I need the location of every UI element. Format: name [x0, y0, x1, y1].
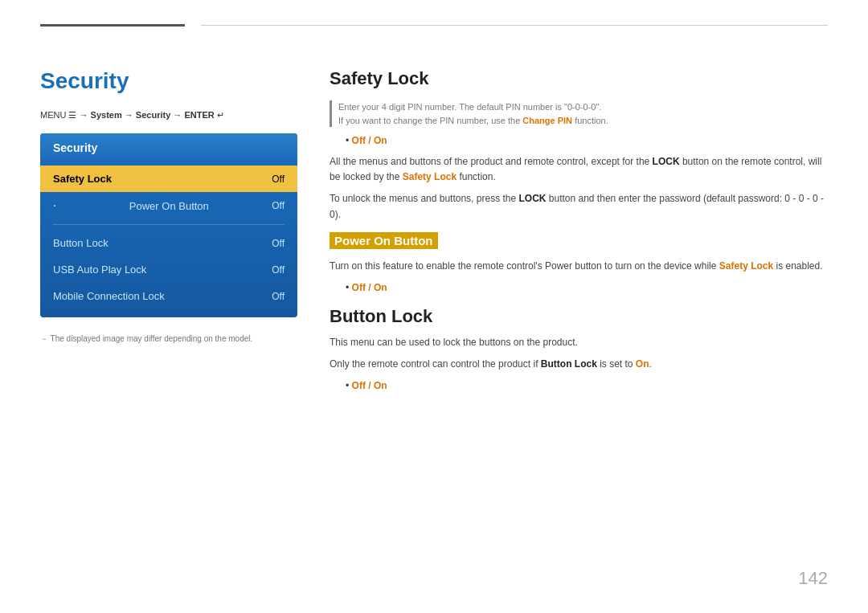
safety-lock-desc1-end: function. [457, 171, 496, 182]
safety-lock-value: Off [272, 174, 285, 185]
power-on-button-subsection-title: Power On Button [330, 232, 438, 249]
button-lock-bullet: • Off / On [346, 380, 828, 391]
button-lock-value: Off [272, 238, 285, 249]
menu-panel-header: Security [40, 133, 297, 162]
menu-panel: Security Safety Lock Off Power On Button… [40, 133, 297, 317]
content-wrapper: Security MENU ☰ → System → Security → EN… [40, 68, 828, 399]
safety-lock-section-title: Safety Lock [330, 68, 828, 89]
left-column: Security MENU ☰ → System → Security → EN… [40, 68, 297, 399]
safety-lock-desc1: All the menus and buttons of the product… [330, 154, 828, 185]
menu-item-mobile-connection-lock[interactable]: Mobile Connection Lock Off [40, 283, 297, 309]
mobile-connection-lock-value: Off [272, 291, 285, 302]
safety-lock-desc2: To unlock the menus and buttons, press t… [330, 191, 828, 222]
power-on-button-bullet: • Off / On [346, 282, 828, 293]
safety-lock-desc1-bold: LOCK [653, 156, 680, 167]
enter-label: ENTER [184, 110, 214, 120]
right-column: Safety Lock Enter your 4 digit PIN numbe… [330, 68, 828, 399]
pin-note: Enter your 4 digit PIN number. The defau… [330, 100, 828, 127]
safety-lock-desc2-bold: LOCK [518, 193, 546, 204]
top-line-short [40, 24, 185, 27]
menu-text: MENU [40, 110, 66, 120]
safety-lock-bullet: • Off / On [346, 135, 828, 146]
button-lock-desc2-mid: is set to [597, 358, 636, 370]
page-container: Security MENU ☰ → System → Security → EN… [0, 0, 868, 613]
button-lock-label: Button Lock [53, 237, 108, 249]
top-line-long [201, 25, 828, 26]
safety-lock-label: Safety Lock [53, 173, 112, 185]
power-on-desc-before: Turn on this feature to enable the remot… [330, 260, 719, 272]
menu-item-power-on-button[interactable]: Power On Button Off [40, 192, 297, 219]
menu-divider-1 [53, 224, 285, 225]
menu-item-safety-lock[interactable]: Safety Lock Off [40, 166, 297, 192]
safety-lock-link-2: Safety Lock [719, 260, 773, 272]
safety-lock-desc1-before: All the menus and buttons of the product… [330, 156, 653, 167]
power-on-button-desc1: Turn on this feature to enable the remot… [330, 259, 828, 274]
arrow-3: → [173, 110, 184, 120]
button-lock-section-title: Button Lock [330, 306, 828, 327]
pin-note-line3: function. [575, 116, 608, 125]
power-on-button-label: Power On Button [123, 200, 209, 212]
power-on-desc-after: is enabled. [773, 260, 822, 272]
button-lock-bold: Button Lock [541, 358, 597, 370]
top-decorative-lines [40, 24, 828, 27]
menu-item-usb-auto-play-lock[interactable]: USB Auto Play Lock Off [40, 256, 297, 283]
menu-item-button-lock[interactable]: Button Lock Off [40, 230, 297, 256]
button-lock-on-link: On [636, 358, 649, 370]
arrow-1: → [80, 110, 91, 120]
pin-note-line1: Enter your 4 digit PIN number. The defau… [338, 102, 601, 112]
safety-lock-off-on: Off / On [352, 135, 387, 146]
button-lock-desc1: This menu can be used to lock the button… [330, 335, 828, 350]
menu-symbol: ☰ [68, 110, 79, 120]
button-lock-desc2-before: Only the remote control can control the … [330, 358, 541, 370]
button-lock-off-on: Off / On [352, 380, 387, 391]
menu-path: MENU ☰ → System → Security → ENTER ↵ [40, 110, 297, 121]
page-number: 142 [798, 568, 828, 589]
pin-note-line2: If you want to change the PIN number, us… [338, 116, 520, 125]
system-label: System [91, 110, 122, 120]
safety-lock-desc2-before: To unlock the menus and buttons, press t… [330, 193, 518, 204]
button-lock-desc2-end: . [649, 358, 652, 370]
usb-auto-play-lock-value: Off [272, 264, 285, 276]
power-on-button-value: Off [272, 200, 285, 211]
usb-auto-play-lock-label: USB Auto Play Lock [53, 264, 146, 276]
page-title: Security [40, 68, 297, 94]
button-lock-desc2: Only the remote control can control the … [330, 357, 828, 372]
enter-symbol: ↵ [217, 110, 224, 120]
safety-lock-link-1: Safety Lock [403, 171, 457, 182]
footnote: The displayed image may differ depending… [40, 333, 297, 345]
mobile-connection-lock-label: Mobile Connection Lock [53, 290, 165, 302]
arrow-2: → [125, 110, 136, 120]
power-on-off-on: Off / On [352, 282, 387, 293]
change-pin-link[interactable]: Change PIN [522, 116, 572, 125]
security-label: Security [136, 110, 170, 120]
